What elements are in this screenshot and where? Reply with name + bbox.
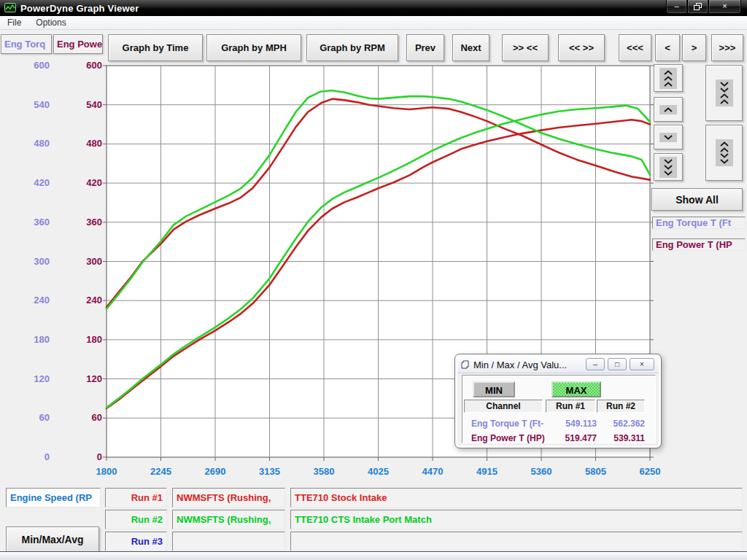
y-scroll-up-button[interactable] xyxy=(654,97,683,122)
scroll-right-fast-button[interactable]: >>> xyxy=(711,34,743,61)
chevron-icon xyxy=(659,68,677,89)
chevron-icon xyxy=(716,139,733,166)
x-tick-label: 1800 xyxy=(84,466,129,478)
y-tick-label-power: 420 xyxy=(58,177,102,189)
channel-box-eng-torque[interactable]: Eng Torque T (Ft xyxy=(652,217,746,229)
run1-operator-box[interactable]: NWMSFTS (Rushing, xyxy=(172,488,285,508)
minmax-col-run2: Run #2 xyxy=(597,400,645,413)
y-tick-label-power: 0 xyxy=(58,451,102,463)
run3-description-box[interactable] xyxy=(290,532,743,551)
scroll-left-fast-button[interactable]: <<< xyxy=(619,34,651,61)
scroll-left-button[interactable]: < xyxy=(655,34,680,61)
minmax-row: Eng Torque T (Ft-549.113562.362 xyxy=(464,416,655,431)
scroll-right-button[interactable]: > xyxy=(682,34,706,61)
x-tick-label: 4470 xyxy=(410,466,455,478)
minmax-cell-channel: Eng Torque T (Ft- xyxy=(464,419,546,429)
run3-operator-box[interactable] xyxy=(172,532,285,551)
chevron-icon xyxy=(659,105,677,114)
channel-box-eng-power[interactable]: Eng Power T (HP xyxy=(652,238,746,251)
minmax-titlebar[interactable]: Min / Max / Avg Valu... – □ × xyxy=(457,357,659,373)
y-tick-label-power: 60 xyxy=(58,412,102,424)
minmaxavg-button[interactable]: Min/Max/Avg xyxy=(6,526,99,552)
run1-label: Run #1 xyxy=(105,488,167,508)
x-tick-label: 6250 xyxy=(627,466,673,478)
run1-description-box[interactable]: TTE710 Stock Intake xyxy=(290,488,743,508)
channel-button-eng-torque[interactable]: Eng Torq xyxy=(1,34,52,54)
y-tick-label-power: 120 xyxy=(58,373,102,385)
minmax-cell-channel: Eng Power T (HP) xyxy=(464,433,546,443)
status-bar xyxy=(0,551,747,560)
minmax-cell-run2: 562.362 xyxy=(597,419,649,429)
minmax-window-icon xyxy=(461,360,471,369)
x-tick-label: 5805 xyxy=(573,466,619,478)
y-tick-label-torque: 600 xyxy=(6,60,50,71)
graph-by-mph-button[interactable]: Graph by MPH xyxy=(206,34,301,61)
minmax-window: Min / Max / Avg Valu... – □ × MIN MAX Ch… xyxy=(455,354,661,448)
y-tick-label-torque: 60 xyxy=(6,412,50,424)
x-axis-channel-box[interactable]: Engine Speed (RP xyxy=(6,488,101,508)
run2-label: Run #2 xyxy=(105,510,167,529)
y-tick-label-power: 240 xyxy=(58,295,102,306)
prev-button[interactable]: Prev xyxy=(406,34,444,61)
minmax-col-run1: Run #1 xyxy=(546,400,595,413)
next-button[interactable]: Next xyxy=(452,34,489,61)
y-tick-label-torque: 180 xyxy=(6,334,50,346)
app-window: PowerDyne Graph Viewer – × File Options … xyxy=(0,0,747,560)
x-tick-label: 3135 xyxy=(247,466,293,478)
x-tick-label: 5360 xyxy=(519,466,564,478)
y-scroll-down-button[interactable] xyxy=(654,125,683,149)
x-tick-label: 2245 xyxy=(139,466,184,478)
zoom-in-x-button[interactable]: >> << xyxy=(502,34,549,61)
minmax-minimize-button[interactable]: – xyxy=(586,358,605,370)
minmax-window-title: Min / Max / Avg Valu... xyxy=(473,359,567,370)
y-tick-label-torque: 360 xyxy=(6,217,50,228)
y-zoom-out-button[interactable] xyxy=(705,125,743,181)
run2-operator-box[interactable]: NWMSFTS (Rushing, xyxy=(172,510,285,529)
menu-bar: File Options xyxy=(0,16,747,30)
x-tick-label: 3580 xyxy=(301,466,347,478)
chevron-icon xyxy=(659,133,677,142)
minmax-cell-run2: 539.311 xyxy=(597,433,649,443)
graph-by-rpm-button[interactable]: Graph by RPM xyxy=(306,34,398,61)
y-scroll-down-fast-button[interactable] xyxy=(654,153,683,181)
y-tick-label-power: 600 xyxy=(58,60,102,71)
chevron-icon xyxy=(716,79,733,106)
menu-file[interactable]: File xyxy=(0,18,28,28)
menu-options[interactable]: Options xyxy=(28,18,73,28)
run3-label: Run #3 xyxy=(105,532,167,551)
y-tick-label-torque: 420 xyxy=(6,177,50,189)
y-tick-label-power: 300 xyxy=(58,256,102,268)
y-zoom-in-button[interactable] xyxy=(705,65,743,121)
y-tick-label-torque: 0 xyxy=(6,451,50,463)
zoom-out-x-button[interactable]: << >> xyxy=(558,34,605,61)
channel-button-eng-power[interactable]: Eng Powe xyxy=(53,34,103,54)
minmax-col-channel: Channel xyxy=(464,400,543,413)
y-tick-label-power: 360 xyxy=(58,217,102,228)
y-tick-label-torque: 300 xyxy=(6,256,50,268)
y-tick-label-torque: 240 xyxy=(6,295,50,306)
title-bar: PowerDyne Graph Viewer – × xyxy=(0,0,747,16)
minmax-maximize-button[interactable]: □ xyxy=(608,358,627,370)
y-tick-label-power: 480 xyxy=(58,138,102,149)
app-icon xyxy=(4,2,16,14)
min-tab-button[interactable]: MIN xyxy=(473,381,515,397)
x-tick-label: 4025 xyxy=(356,466,401,478)
y-tick-label-power: 540 xyxy=(58,99,102,111)
y-tick-label-torque: 480 xyxy=(6,138,50,149)
restore-button[interactable] xyxy=(687,0,708,14)
minimize-button[interactable]: – xyxy=(666,0,687,14)
minmax-row: Eng Power T (HP)519.477539.311 xyxy=(464,431,655,446)
max-tab-button[interactable]: MAX xyxy=(551,381,601,397)
window-title: PowerDyne Graph Viewer xyxy=(20,3,139,14)
y-tick-label-torque: 540 xyxy=(6,99,50,111)
minmax-content: MIN MAX Channel Run #1 Run #2 Eng Torque… xyxy=(462,375,656,443)
y-scroll-up-fast-button[interactable] xyxy=(654,64,683,92)
chevron-icon xyxy=(659,157,677,178)
minmax-close-button[interactable]: × xyxy=(630,358,654,370)
x-tick-label: 2690 xyxy=(193,466,238,478)
graph-by-time-button[interactable]: Graph by Time xyxy=(108,34,203,61)
minmax-cell-run1: 549.113 xyxy=(546,419,597,429)
close-button[interactable]: × xyxy=(708,0,741,14)
run2-description-box[interactable]: TTE710 CTS Intake Port Match xyxy=(290,510,743,529)
show-all-button[interactable]: Show All xyxy=(651,188,743,211)
